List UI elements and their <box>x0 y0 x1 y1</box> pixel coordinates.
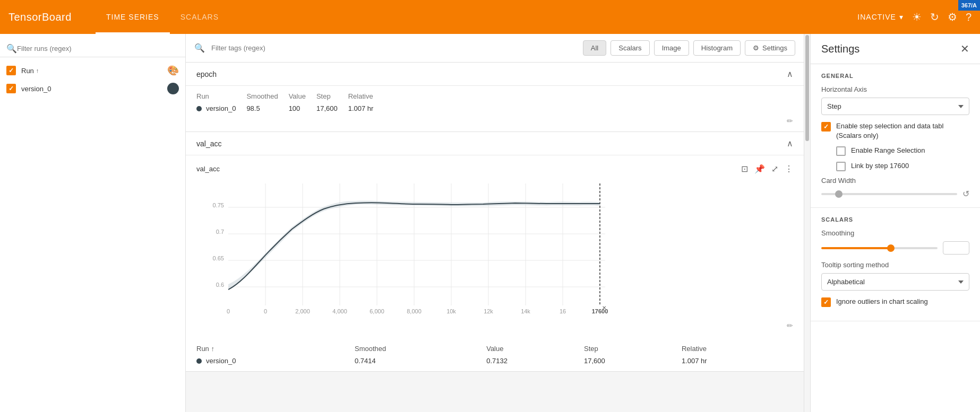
epoch-header[interactable]: epoch ∧ <box>186 63 804 86</box>
val-acc-section: val_acc ∧ val_acc ⊡ 📌 ⤢ ⋮ <box>186 132 804 372</box>
help-icon[interactable]: ? <box>966 11 972 23</box>
epoch-col-value: Value <box>289 90 316 102</box>
chart-icons: ⊡ 📌 ⤢ ⋮ <box>741 164 793 174</box>
navbar: TensorBoard TIME SERIES SCALARS INACTIVE… <box>0 0 980 34</box>
search-icon-sidebar: 🔍 <box>6 43 17 54</box>
version0-checkbox[interactable] <box>6 84 16 93</box>
val-acc-bottom-table: Run ↑ Smoothed Value Step Relative <box>186 338 804 371</box>
filter-bar: 🔍 All Scalars Image Histogram ⚙ Settings <box>186 34 804 63</box>
settings-open-button[interactable]: ⚙ Settings <box>745 40 795 56</box>
val-acc-chart-svg: 0.75 0.7 0.65 0.6 <box>196 178 793 327</box>
ignore-outliers-checkbox[interactable] <box>821 297 831 307</box>
run-header-checkbox[interactable] <box>6 66 16 75</box>
nav-scalars[interactable]: SCALARS <box>170 0 229 34</box>
version0-color-dot[interactable] <box>167 83 179 94</box>
scrollbar-thumb[interactable] <box>805 35 809 141</box>
chart-more-icon[interactable]: ⋮ <box>785 164 793 174</box>
epoch-row-relative: 1.007 hr <box>348 102 384 115</box>
reset-icon[interactable]: ↺ <box>962 189 969 199</box>
settings-header: Settings ✕ <box>811 34 980 64</box>
settings-gear-icon: ⚙ <box>753 44 759 52</box>
col-step[interactable]: Step <box>584 343 682 355</box>
chart-fit-icon[interactable]: ⊡ <box>741 164 748 174</box>
refresh-icon[interactable]: ↻ <box>930 11 939 23</box>
settings-title: Settings <box>821 43 859 55</box>
svg-text:14k: 14k <box>521 308 530 314</box>
filter-tags-input[interactable] <box>211 44 577 52</box>
link-step-checkbox[interactable] <box>836 162 846 171</box>
horizontal-axis-label: Horizontal Axis <box>821 85 969 93</box>
svg-text:16: 16 <box>560 308 566 314</box>
val-acc-header[interactable]: val_acc ∧ <box>186 132 804 155</box>
val-row-smoothed: 0.7414 <box>355 355 486 367</box>
epoch-data-table: Run Smoothed Value Step Relative <box>186 86 804 132</box>
scalars-section-title: SCALARS <box>821 216 969 223</box>
smoothing-track <box>821 247 938 249</box>
enable-step-checkbox[interactable] <box>821 122 831 132</box>
general-section-title: GENERAL <box>821 73 969 79</box>
smoothing-row: 0.6 <box>821 241 969 255</box>
smoothing-value-input[interactable]: 0.6 <box>943 241 969 255</box>
filter-btn-all[interactable]: All <box>583 40 606 56</box>
smoothing-label: Smoothing <box>821 229 969 237</box>
card-width-track <box>821 193 957 195</box>
val-row-value: 0.7132 <box>486 355 584 367</box>
epoch-row-smoothed: 98.5 <box>246 102 288 115</box>
filter-buttons: All Scalars Image Histogram ⚙ Settings <box>583 40 795 56</box>
filter-btn-image[interactable]: Image <box>654 40 689 56</box>
epoch-chevron: ∧ <box>787 69 793 79</box>
run-header-label: Run ↑ <box>21 67 39 75</box>
sidebar: 🔍 Run ↑ 🎨 version_0 <box>0 34 186 412</box>
filter-search-area <box>211 44 577 52</box>
color-palette-icon[interactable]: 🎨 <box>167 65 179 76</box>
chart-expand-icon[interactable]: ⤢ <box>771 164 778 174</box>
svg-text:2,000: 2,000 <box>295 308 310 314</box>
card-width-label: Card Width <box>821 177 969 185</box>
filter-btn-scalars[interactable]: Scalars <box>611 40 649 56</box>
chart-pin-icon[interactable]: 📌 <box>754 164 765 174</box>
sidebar-run-header: Run ↑ 🎨 <box>0 62 185 80</box>
col-run[interactable]: Run ↑ <box>196 343 355 355</box>
svg-text:17600: 17600 <box>592 308 608 314</box>
horizontal-axis-select[interactable]: Step <box>821 98 969 115</box>
brightness-icon[interactable]: ☀ <box>912 11 922 23</box>
link-step-label: Link by step 17600 <box>851 161 909 171</box>
version0-label: version_0 <box>21 85 51 93</box>
smoothing-thumb[interactable] <box>887 244 895 252</box>
epoch-title: epoch <box>196 70 217 78</box>
epoch-row-run: version_0 <box>196 102 246 115</box>
chart-header: val_acc ⊡ 📌 ⤢ ⋮ <box>196 164 793 174</box>
svg-text:0.75: 0.75 <box>213 202 224 208</box>
filter-runs-input[interactable] <box>17 45 179 52</box>
chart-container: 0.75 0.7 0.65 0.6 <box>196 178 793 327</box>
val-row-run: version_0 <box>196 355 355 367</box>
settings-close-button[interactable]: ✕ <box>960 42 969 55</box>
settings-panel: Settings ✕ GENERAL Horizontal Axis Step … <box>810 34 980 412</box>
content-area: 🔍 All Scalars Image Histogram ⚙ Settings… <box>186 34 804 412</box>
svg-text:4,000: 4,000 <box>332 308 347 314</box>
col-relative[interactable]: Relative <box>682 343 793 355</box>
filter-btn-histogram[interactable]: Histogram <box>693 40 741 56</box>
col-smoothed[interactable]: Smoothed <box>355 343 486 355</box>
tooltip-sort-select[interactable]: Alphabetical <box>821 273 969 291</box>
enable-step-row: Enable step selection and data tabl (Sca… <box>821 121 969 141</box>
enable-range-row: Enable Range Selection <box>821 146 969 156</box>
charts-area: epoch ∧ Run Smoothed Value Step Relative <box>186 63 804 412</box>
col-value[interactable]: Value <box>486 343 584 355</box>
search-icon-filter: 🔍 <box>194 43 205 53</box>
edit-icon-epoch[interactable]: ✏ <box>787 117 793 125</box>
nav-time-series[interactable]: TIME SERIES <box>96 0 170 34</box>
navbar-right: INACTIVE ▾ ☀ ↻ ⚙ ? <box>857 11 972 23</box>
val-run-dot <box>196 358 202 364</box>
tooltip-sort-label: Tooltip sorting method <box>821 261 969 269</box>
val-row-step: 17,600 <box>584 355 682 367</box>
status-badge: INACTIVE ▾ <box>857 13 904 21</box>
card-width-thumb[interactable] <box>835 190 843 198</box>
svg-text:0.7: 0.7 <box>216 229 224 235</box>
settings-icon[interactable]: ⚙ <box>948 11 957 23</box>
nav-bar: TIME SERIES SCALARS <box>96 0 229 34</box>
sidebar-run-version0: version_0 <box>0 80 185 98</box>
ignore-outliers-row: Ignore outliers in chart scaling <box>821 297 969 307</box>
svg-text:10k: 10k <box>446 308 456 314</box>
enable-range-checkbox[interactable] <box>836 146 846 156</box>
